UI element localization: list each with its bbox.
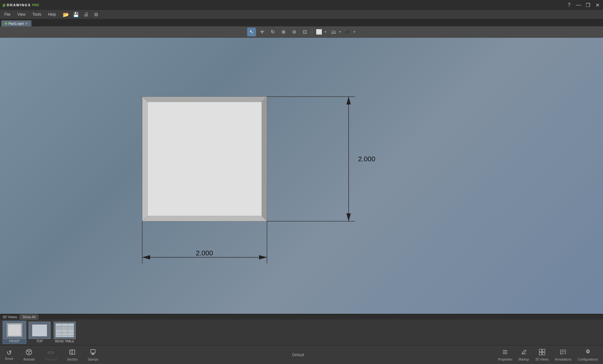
drawing-svg: 2.000 2.000 [0, 38, 603, 314]
svg-rect-20 [8, 325, 21, 336]
svg-point-41 [27, 351, 29, 352]
menu-view[interactable]: View [14, 11, 29, 18]
view-thumb-bend-table-img [54, 322, 76, 339]
svg-marker-17 [346, 213, 351, 221]
views-label: 3D Views [3, 315, 17, 319]
separator-1 [312, 29, 312, 35]
zoom-area-tool[interactable]: ⊕ [279, 28, 288, 36]
print-button[interactable]: 🖨 [82, 11, 90, 18]
title-bar: e DRAWINGS PRO ? — ❐ ✕ [0, 0, 603, 10]
view-thumb-top[interactable]: TOP [28, 321, 52, 344]
display-tool[interactable]: ⬜ [315, 28, 323, 36]
status-left: ↺ Reset Animate [0, 347, 101, 362]
pan-tool[interactable]: ✛ [258, 28, 267, 36]
menu-tools[interactable]: Tools [29, 11, 44, 18]
stamps-tool[interactable]: Stamps [85, 347, 101, 362]
svg-rect-24 [32, 324, 47, 337]
title-bar-right: ? — ❐ ✕ [565, 1, 603, 9]
app-logo: e DRAWINGS PRO [3, 2, 39, 8]
scene-dropdown[interactable]: ▼ [339, 30, 342, 34]
reset-icon: ↺ [7, 349, 12, 356]
svg-point-43 [28, 352, 30, 354]
svg-rect-59 [539, 349, 542, 352]
reset-label: Reset [5, 357, 13, 361]
svg-text:2.000: 2.000 [358, 155, 375, 163]
svg-rect-51 [70, 350, 72, 354]
toolbar: ↖ ✛ ↻ ⊕ ⊖ ⊡ ⬜ ▼ 🗂 ▼ ⬛ ▼ [0, 26, 603, 38]
menu-bar: File View Tools Help 📂 💾 🖨 ⚙ [0, 10, 603, 19]
orientation-dropdown[interactable]: ▼ [353, 30, 356, 34]
3d-views-label: 3D Views [535, 358, 549, 361]
view-thumb-front[interactable]: FRONT [3, 321, 26, 344]
status-center: Default [292, 353, 304, 357]
configurations-icon [584, 349, 591, 357]
svg-rect-62 [542, 352, 545, 355]
view-thumb-front-img [3, 322, 25, 339]
scene-group: 🗂 ▼ [329, 28, 342, 36]
menu-file[interactable]: File [1, 11, 14, 18]
close-button[interactable]: ✕ [593, 1, 602, 9]
svg-marker-5 [142, 97, 148, 221]
svg-rect-38 [62, 327, 67, 329]
svg-rect-6 [148, 102, 262, 216]
measure-label: Measure [45, 358, 57, 361]
svg-point-40 [26, 349, 32, 355]
configurations-tool[interactable]: Configurations [575, 347, 600, 362]
tab-part1[interactable]: Part1.eprt ✕ [1, 20, 31, 26]
section-icon [69, 349, 76, 357]
view-thumb-top-label: TOP [36, 340, 43, 343]
minimize-button[interactable]: — [574, 1, 583, 9]
zoom-out-tool[interactable]: ⊖ [290, 28, 299, 36]
rotate-tool[interactable]: ↻ [269, 28, 277, 36]
properties-label: Properties [498, 358, 513, 361]
animate-tool[interactable]: Animate [21, 347, 37, 362]
svg-marker-3 [262, 97, 267, 221]
restore-button[interactable]: ❐ [584, 1, 592, 9]
select-tool[interactable]: ↖ [247, 28, 256, 36]
view-thumb-front-label: FRONT [9, 340, 20, 343]
markup-label: Markup [519, 358, 529, 361]
properties-tool[interactable]: Properties [496, 347, 515, 362]
animate-icon [25, 349, 32, 357]
save-button[interactable]: 💾 [72, 11, 80, 18]
svg-marker-22 [21, 324, 22, 337]
help-button[interactable]: ? [565, 1, 573, 9]
main-canvas[interactable]: 2.000 2.000 [0, 38, 603, 314]
zoom-fit-tool[interactable]: ⊡ [301, 28, 309, 36]
open-button[interactable]: 📂 [62, 11, 70, 18]
svg-marker-11 [259, 255, 267, 260]
menu-help[interactable]: Help [45, 11, 59, 18]
svg-marker-2 [142, 97, 267, 102]
svg-rect-60 [542, 349, 545, 352]
tab-dot [5, 22, 7, 25]
scene-tool[interactable]: 🗂 [329, 28, 338, 36]
configurations-label: Configurations [578, 358, 598, 361]
svg-text:2.000: 2.000 [196, 249, 213, 257]
annotations-icon [560, 349, 567, 357]
stamps-label: Stamps [88, 358, 98, 361]
orientation-tool[interactable]: ⬛ [343, 28, 352, 36]
menu-icons: 📂 💾 🖨 ⚙ [62, 11, 100, 18]
tab-bar: Part1.eprt ✕ [0, 19, 603, 26]
3d-views-tool[interactable]: 3D Views [533, 347, 551, 362]
tab-close-button[interactable]: ✕ [25, 21, 28, 26]
reset-tool[interactable]: ↺ Reset [3, 348, 16, 362]
measure-icon [47, 349, 54, 357]
markup-tool[interactable]: Markup [516, 347, 531, 362]
animate-label: Animate [23, 358, 35, 361]
display-group: ⬜ ▼ [315, 28, 327, 36]
svg-rect-37 [56, 327, 61, 329]
status-right: Properties Markup 3D Views [496, 347, 603, 362]
section-tool[interactable]: Section [65, 347, 80, 362]
stamps-icon [90, 349, 96, 357]
settings-button[interactable]: ⚙ [92, 11, 100, 18]
measure-tool[interactable]: Measure [42, 347, 60, 362]
svg-marker-21 [7, 324, 22, 325]
annotations-tool[interactable]: Annotations [552, 347, 574, 362]
show-all-button[interactable]: Show All [19, 314, 38, 319]
tab-label: Part1.eprt [8, 22, 24, 25]
view-thumb-bend-table[interactable]: BEND TABLE [53, 321, 77, 344]
display-dropdown[interactable]: ▼ [324, 30, 327, 34]
svg-marker-16 [346, 97, 351, 104]
section-label: Section [67, 358, 78, 361]
